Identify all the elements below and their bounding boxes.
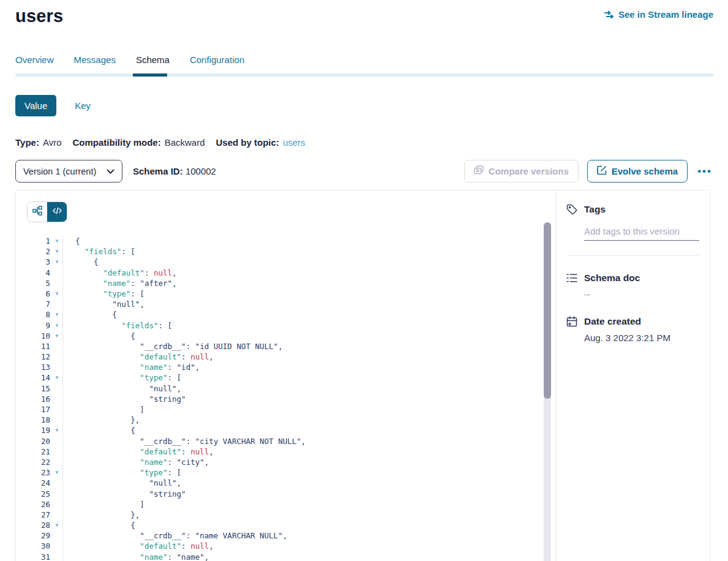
code-line: 27 }, xyxy=(27,510,556,520)
line-number: 8 xyxy=(27,309,51,320)
fold-toggle-icon[interactable]: ▼ xyxy=(51,288,62,299)
code-line-content: "__crdb__": "city VARCHAR NOT NULL", xyxy=(63,436,306,446)
fold-spacer xyxy=(51,394,62,404)
line-number: 23 xyxy=(27,467,51,478)
line-number: 16 xyxy=(27,394,51,404)
code-line-content: ] xyxy=(63,404,144,415)
line-number: 14 xyxy=(27,372,51,383)
code-line-content: { xyxy=(63,309,117,320)
line-number: 6 xyxy=(27,288,51,299)
fold-toggle-icon[interactable]: ▼ xyxy=(51,520,62,530)
code-line: 26 ] xyxy=(27,499,556,510)
code-line: 13 "name": "id", xyxy=(27,362,556,372)
fold-toggle-icon[interactable]: ▼ xyxy=(51,467,62,478)
evolve-schema-label: Evolve schema xyxy=(612,166,678,176)
code-line-content: "default": null, xyxy=(63,446,214,457)
fold-toggle-icon[interactable]: ▼ xyxy=(51,320,62,331)
code-line: 14▼ "type": [ xyxy=(27,372,556,383)
code-line-content: { xyxy=(63,236,80,246)
code-line-content: "type": [ xyxy=(63,372,181,383)
code-line-content: "fields": [ xyxy=(63,320,172,331)
fold-spacer xyxy=(51,299,62,309)
compare-versions-button[interactable]: Compare versions xyxy=(464,160,579,183)
calendar-icon xyxy=(566,316,577,327)
code-line-content: "name": "after", xyxy=(63,278,177,288)
code-line: 31 "name": "name", xyxy=(27,552,556,561)
tab-messages[interactable]: Messages xyxy=(74,55,116,73)
fold-spacer xyxy=(51,362,62,372)
fold-spacer xyxy=(51,352,62,362)
code-line: 7 "null", xyxy=(27,299,556,309)
line-number: 15 xyxy=(27,383,51,394)
code-view-button[interactable] xyxy=(47,202,67,222)
tab-schema[interactable]: Schema xyxy=(136,55,170,73)
tab-overview[interactable]: Overview xyxy=(15,55,54,73)
code-line-content: { xyxy=(63,520,135,530)
fold-toggle-icon[interactable]: ▼ xyxy=(51,257,62,267)
line-number: 12 xyxy=(27,352,51,362)
fold-spacer xyxy=(51,457,62,467)
code-line-content: { xyxy=(63,425,135,435)
schema-editor: 1▼{2▼ "fields": [3▼ {4 "default": null,5… xyxy=(16,190,557,561)
code-line-content: "name": "name", xyxy=(63,552,209,561)
code-line-content: { xyxy=(63,331,135,341)
tab-active-indicator xyxy=(133,73,167,77)
fold-toggle-icon[interactable]: ▼ xyxy=(51,236,62,246)
editor-scrollbar-thumb[interactable] xyxy=(544,222,551,399)
code-line-content: ] xyxy=(63,499,144,510)
code-line: 6▼ "type": [ xyxy=(27,288,556,299)
compatibility-label: Compatibility mode: xyxy=(72,137,160,148)
tree-view-icon xyxy=(32,206,42,218)
line-number: 20 xyxy=(27,436,51,446)
fold-spacer xyxy=(51,530,62,541)
code-line: 28▼ { xyxy=(27,520,556,530)
fold-toggle-icon[interactable]: ▼ xyxy=(51,309,62,320)
fold-spacer xyxy=(51,552,62,561)
code-line-content: "fields": [ xyxy=(63,246,135,257)
see-in-stream-lineage-link[interactable]: See in Stream lineage xyxy=(604,9,713,20)
code-line-content: "__crdb__": "id UUID NOT NULL", xyxy=(63,341,283,352)
tree-view-button[interactable] xyxy=(28,202,47,222)
fold-toggle-icon[interactable]: ▼ xyxy=(51,246,62,257)
fold-toggle-icon[interactable]: ▼ xyxy=(51,372,62,383)
type-value: Avro xyxy=(43,137,62,148)
code-line: 8▼ { xyxy=(27,309,556,320)
value-toggle-button[interactable]: Value xyxy=(15,95,56,116)
code-line: 23▼ "type": [ xyxy=(27,467,556,478)
code-line: 15 "null", xyxy=(27,383,556,394)
schema-id: Schema ID: 100002 xyxy=(133,166,216,176)
tab-configuration[interactable]: Configuration xyxy=(190,55,244,73)
code-line-content: "name": "id", xyxy=(63,362,200,372)
topic-link[interactable]: users xyxy=(283,137,306,148)
editor-view-toggle xyxy=(27,201,67,222)
more-actions-button[interactable]: ••• xyxy=(696,165,713,178)
code-line: 5 "name": "after", xyxy=(27,278,556,288)
fold-toggle-icon[interactable]: ▼ xyxy=(51,331,62,341)
editor-scrollbar-track[interactable] xyxy=(544,222,551,561)
tags-section-header: Tags xyxy=(566,204,699,215)
fold-spacer xyxy=(51,489,62,499)
schema-id-label: Schema ID: xyxy=(133,166,183,176)
schema-doc-value: -- xyxy=(584,289,699,299)
evolve-schema-button[interactable]: Evolve schema xyxy=(587,160,688,183)
code-line: 18 }, xyxy=(27,415,556,425)
key-toggle-button[interactable]: Key xyxy=(75,100,91,111)
line-number: 11 xyxy=(27,341,51,352)
fold-toggle-icon[interactable]: ▼ xyxy=(51,425,62,435)
line-number: 22 xyxy=(27,457,51,467)
add-tags-input[interactable] xyxy=(584,225,699,241)
schema-doc-title: Schema doc xyxy=(584,273,640,284)
version-select-value: Version 1 (current) xyxy=(23,167,96,176)
code-line: 10▼ { xyxy=(27,331,556,341)
version-select[interactable]: Version 1 (current) xyxy=(15,160,122,183)
fold-spacer xyxy=(51,478,62,488)
fold-spacer xyxy=(51,278,62,288)
date-created-value: Aug. 3 2022 3:21 PM xyxy=(584,333,699,343)
fold-spacer xyxy=(51,341,62,352)
code-view-icon xyxy=(53,206,62,217)
line-number: 31 xyxy=(27,552,51,561)
fold-spacer xyxy=(51,499,62,510)
tab-strip xyxy=(15,73,713,77)
code-line-content: "null", xyxy=(63,383,181,394)
fold-spacer xyxy=(51,383,62,394)
